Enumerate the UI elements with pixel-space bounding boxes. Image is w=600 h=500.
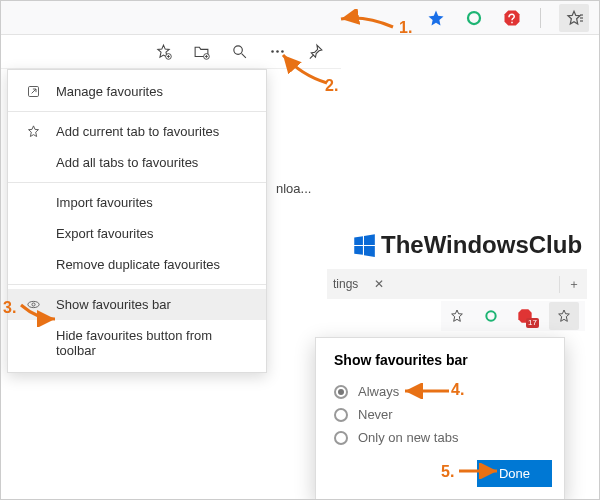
menu-item-manage-favourites[interactable]: Manage favourites: [8, 76, 266, 107]
svg-line-12: [241, 54, 245, 58]
more-icon[interactable]: [267, 42, 287, 62]
browser-top-toolbar: [1, 1, 599, 35]
open-icon: [24, 84, 42, 99]
menu-item-label: Add current tab to favourites: [56, 124, 219, 139]
menu-item-export-favourites[interactable]: Export favourites: [8, 218, 266, 249]
menu-item-remove-duplicates[interactable]: Remove duplicate favourites: [8, 249, 266, 280]
annotation-2: 2.: [325, 77, 338, 95]
background-window-toolbar: 17: [441, 301, 585, 331]
option-only-new-tabs[interactable]: Only on new tabs: [334, 426, 546, 449]
pin-icon[interactable]: [305, 42, 325, 62]
adblock-icon[interactable]: 17: [515, 306, 535, 326]
close-tab-icon[interactable]: ✕: [366, 277, 392, 291]
svg-point-14: [276, 50, 279, 53]
option-label: Never: [358, 407, 393, 422]
favourites-hub-button[interactable]: [549, 302, 579, 330]
menu-divider: [8, 111, 266, 112]
option-label: Always: [358, 384, 399, 399]
svg-point-13: [271, 50, 274, 53]
menu-item-label: Add all tabs to favourites: [56, 155, 198, 170]
background-tab-strip: tings ✕ ＋: [327, 269, 587, 299]
menu-item-label: Hide favourites button from toolbar: [56, 328, 250, 358]
menu-item-label: Show favourites bar: [56, 297, 171, 312]
menu-item-add-all-tabs[interactable]: Add all tabs to favourites: [8, 147, 266, 178]
add-favourite-icon[interactable]: [153, 42, 173, 62]
refresh-icon[interactable]: [481, 306, 501, 326]
done-button[interactable]: Done: [477, 460, 552, 487]
menu-item-label: Export favourites: [56, 226, 154, 241]
svg-point-11: [233, 46, 242, 55]
watermark: TheWindowsClub: [351, 231, 582, 259]
eye-icon: [24, 297, 42, 312]
favourites-hub-button[interactable]: [559, 4, 589, 32]
menu-item-import-favourites[interactable]: Import favourites: [8, 187, 266, 218]
option-never[interactable]: Never: [334, 403, 546, 426]
star-filled-icon[interactable]: [426, 8, 446, 28]
favourites-more-menu: Manage favourites Add current tab to fav…: [7, 69, 267, 373]
popup-title: Show favourites bar: [334, 352, 546, 368]
windows-logo-icon: [351, 232, 377, 258]
menu-item-add-current-tab[interactable]: Add current tab to favourites: [8, 116, 266, 147]
option-label: Only on new tabs: [358, 430, 458, 445]
svg-point-0: [468, 12, 480, 24]
favourites-panel-toolbar: [1, 35, 341, 69]
show-favourites-bar-popup: Show favourites bar Always Never Only on…: [315, 337, 565, 500]
radio-icon: [334, 385, 348, 399]
new-tab-button[interactable]: ＋: [559, 276, 587, 293]
menu-item-hide-favourites-button[interactable]: Hide favourites button from toolbar: [8, 320, 266, 366]
star-add-icon: [24, 124, 42, 139]
background-tab-label[interactable]: tings: [327, 277, 366, 291]
add-folder-icon[interactable]: [191, 42, 211, 62]
watermark-text: TheWindowsClub: [381, 231, 582, 259]
refresh-icon[interactable]: [464, 8, 484, 28]
adblock-icon[interactable]: [502, 8, 522, 28]
menu-divider: [8, 182, 266, 183]
svg-point-17: [27, 301, 38, 307]
menu-item-label: Manage favourites: [56, 84, 163, 99]
option-always[interactable]: Always: [334, 380, 546, 403]
menu-item-show-favourites-bar[interactable]: Show favourites bar: [8, 289, 266, 320]
menu-item-label: Remove duplicate favourites: [56, 257, 220, 272]
blocked-count-badge: 17: [526, 318, 539, 328]
cropped-text: nloa...: [276, 181, 311, 196]
svg-point-18: [31, 303, 34, 306]
radio-icon: [334, 431, 348, 445]
radio-icon: [334, 408, 348, 422]
search-icon[interactable]: [229, 42, 249, 62]
menu-divider: [8, 284, 266, 285]
toolbar-separator: [540, 8, 541, 28]
svg-point-15: [281, 50, 284, 53]
star-outline-icon[interactable]: [447, 306, 467, 326]
menu-item-label: Import favourites: [56, 195, 153, 210]
svg-point-19: [486, 311, 495, 320]
